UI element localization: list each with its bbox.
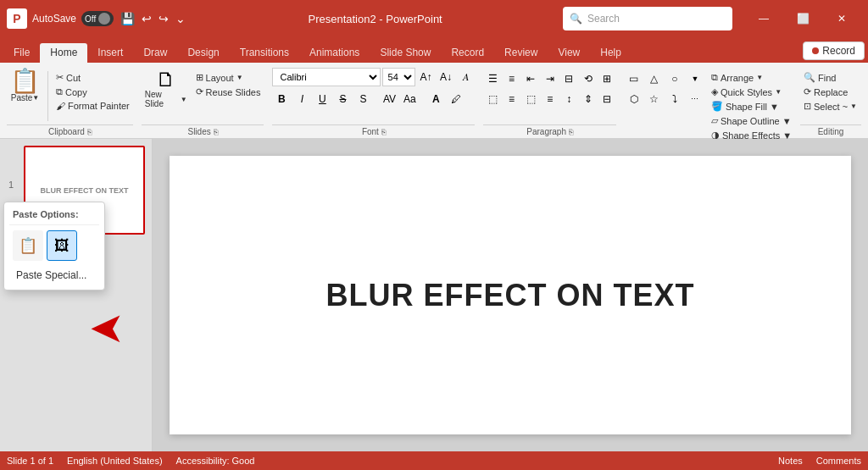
undo-icon[interactable]: ↩ (140, 10, 153, 27)
copy-button[interactable]: ⧉ Copy (53, 86, 133, 98)
drawing-group: ▭ △ ○ ▼ ⬡ ☆ ⤵ ⋯ ⧉ Arrange ▼ ◈ Quick Styl… (621, 66, 795, 138)
tab-insert[interactable]: Insert (87, 43, 133, 63)
language-status: English (United States) (67, 456, 163, 466)
record-button[interactable]: Record (803, 41, 865, 60)
paste-button[interactable]: 📋 Paste ▼ (7, 68, 43, 104)
slide-panel: 1 BLUR EFFECT ON TEXT (0, 139, 153, 451)
shape-item[interactable]: △ (645, 69, 664, 88)
reuse-slides-button[interactable]: ⟳ Reuse Slides (192, 86, 264, 98)
more-icon[interactable]: ⌄ (174, 10, 187, 27)
font-name-select[interactable]: Calibri (272, 68, 380, 86)
search-box[interactable]: 🔍 Search (563, 7, 732, 30)
slide-canvas[interactable]: BLUR EFFECT ON TEXT (153, 139, 868, 451)
tab-draw[interactable]: Draw (133, 43, 177, 63)
quick-styles-icon: ◈ (711, 86, 718, 97)
font-color-button[interactable]: A (426, 90, 445, 108)
select-button[interactable]: ⊡ Select ~ ▼ (800, 100, 861, 113)
align-right-button[interactable]: ⬚ (521, 90, 540, 108)
shape-item[interactable]: ▭ (625, 69, 643, 88)
tab-home[interactable]: Home (40, 43, 87, 63)
smart-art-button[interactable]: ⊞ (598, 69, 616, 88)
bullets-button[interactable]: ☰ (483, 69, 502, 88)
case-button[interactable]: Aa (400, 90, 419, 108)
shapes-more-button[interactable]: ⋯ (686, 90, 704, 108)
tab-view[interactable]: View (548, 43, 590, 63)
cut-icon: ✂ (56, 72, 64, 83)
increase-indent-button[interactable]: ⇥ (541, 69, 559, 88)
tab-design[interactable]: Design (177, 43, 229, 63)
columns-button[interactable]: ⊟ (559, 69, 578, 88)
quick-styles-button[interactable]: ◈ Quick Styles ▼ (708, 86, 795, 98)
shape-item[interactable]: ☆ (645, 90, 664, 108)
italic-button[interactable]: I (292, 90, 311, 108)
slide-main[interactable]: BLUR EFFECT ON TEXT (170, 156, 851, 434)
paragraph-spacing-button[interactable]: ⇕ (579, 90, 598, 108)
highlight-color-button[interactable]: 🖊 (447, 90, 465, 108)
copy-icon: ⧉ (56, 86, 63, 97)
replace-icon: ⟳ (804, 86, 811, 97)
tab-animations[interactable]: Animations (299, 43, 370, 63)
tab-help[interactable]: Help (590, 43, 632, 63)
line-spacing-button[interactable]: ↕ (559, 90, 578, 108)
paste-popup: Paste Options: 📋 🖼 Paste Special... (3, 202, 105, 290)
paste-icons-row: 📋 🖼 (9, 229, 99, 266)
strikethrough-button[interactable]: S (333, 90, 352, 108)
shape-item[interactable]: ▼ (686, 69, 704, 88)
tab-review[interactable]: Review (494, 43, 548, 63)
shape-item[interactable]: ⤵ (665, 90, 684, 108)
cut-button[interactable]: ✂ Cut (53, 71, 133, 84)
decrease-indent-button[interactable]: ⇤ (521, 69, 540, 88)
notes-button[interactable]: Notes (778, 456, 803, 466)
font-size-select[interactable]: 54 (382, 68, 415, 86)
autosave-label: AutoSave (32, 13, 76, 25)
bold-button[interactable]: B (272, 90, 291, 108)
comments-button[interactable]: Comments (816, 456, 861, 466)
decrease-font-size-button[interactable]: A↓ (437, 68, 455, 86)
drawing-btns: ⧉ Arrange ▼ ◈ Quick Styles ▼ 🪣 Shape Fil… (708, 69, 795, 141)
redo-icon[interactable]: ↪ (157, 10, 170, 27)
slide-content-text: BLUR EFFECT ON TEXT (326, 278, 695, 313)
new-slide-icon: 🗋 (156, 69, 176, 90)
paste-special-button[interactable]: Paste Special... (9, 266, 99, 285)
replace-button[interactable]: ⟳ Replace (800, 86, 861, 98)
tab-record[interactable]: Record (441, 43, 494, 63)
shape-fill-button[interactable]: 🪣 Shape Fill ▼ (708, 100, 795, 113)
numbering-button[interactable]: ≡ (503, 69, 521, 88)
shape-item[interactable]: ○ (665, 69, 684, 88)
paste-option-image[interactable]: 🖼 (47, 230, 77, 261)
clear-formatting-button[interactable]: 𝐴 (457, 68, 476, 86)
text-direction-button[interactable]: ⟲ (579, 69, 598, 88)
autosave-toggle[interactable]: Off (81, 11, 114, 26)
record-label: Record (822, 45, 855, 57)
find-button[interactable]: 🔍 Find (800, 71, 861, 84)
tab-transitions[interactable]: Transitions (230, 43, 299, 63)
underline-button[interactable]: U (313, 90, 331, 108)
format-painter-button[interactable]: 🖌 Format Painter (53, 100, 133, 112)
title-bar: P AutoSave Off 💾 ↩ ↪ ⌄ Presentation2 - P… (0, 0, 868, 37)
minimize-button[interactable]: — (744, 5, 783, 32)
arrange-icon: ⧉ (711, 72, 718, 83)
new-slide-button[interactable]: 🗋 New Slide ▼ (142, 68, 191, 110)
shapes-grid: ▭ △ ○ ▼ ⬡ ☆ ⤵ ⋯ (625, 69, 704, 108)
align-center-button[interactable]: ≡ (503, 90, 521, 108)
increase-font-size-button[interactable]: A↑ (417, 68, 436, 86)
layout-button[interactable]: ⊞ Layout ▼ (192, 71, 264, 84)
justify-button[interactable]: ≡ (541, 90, 559, 108)
tab-file[interactable]: File (3, 43, 40, 63)
arrange-button[interactable]: ⧉ Arrange ▼ (708, 71, 795, 84)
close-button[interactable]: ✕ (822, 5, 861, 32)
align-left-button[interactable]: ⬚ (483, 90, 502, 108)
shadow-button[interactable]: S (353, 90, 372, 108)
text-align-button[interactable]: ⊟ (598, 90, 616, 108)
toggle-off-label: Off (85, 14, 96, 24)
ribbon-tabs: File Home Insert Draw Design Transitions… (0, 37, 868, 63)
paste-option-default[interactable]: 📋 (13, 230, 43, 261)
maximize-button[interactable]: ⬜ (783, 5, 822, 32)
save-icon[interactable]: 💾 (119, 10, 136, 27)
tab-slideshow[interactable]: Slide Show (370, 43, 441, 63)
paragraph-label: Paragraph ⎘ (483, 124, 616, 138)
shape-outline-button[interactable]: ▱ Shape Outline ▼ (708, 114, 795, 127)
char-spacing-button[interactable]: AV (380, 90, 398, 108)
shape-item[interactable]: ⬡ (625, 90, 643, 108)
window-title: Presentation2 - PowerPoint (192, 13, 558, 25)
